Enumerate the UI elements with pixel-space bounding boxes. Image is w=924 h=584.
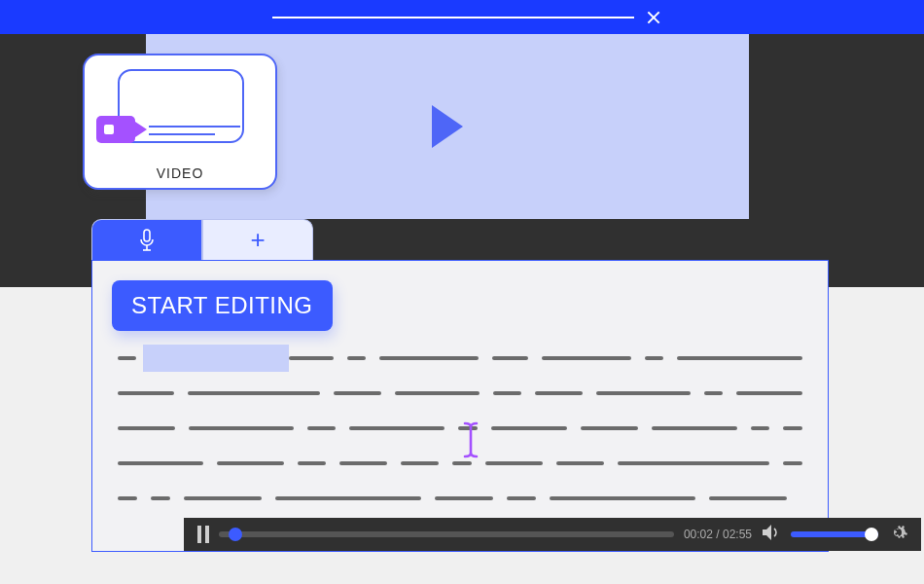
play-icon[interactable]: [432, 105, 463, 148]
seek-handle[interactable]: [229, 528, 242, 541]
start-editing-button[interactable]: START EDITING: [112, 280, 333, 331]
gear-icon[interactable]: [888, 523, 907, 546]
pause-icon[interactable]: [197, 526, 209, 543]
video-label: VIDEO: [85, 165, 275, 181]
video-thumbnail-card[interactable]: VIDEO: [83, 54, 277, 190]
video-player-bar: 00:02 / 02:55: [184, 518, 921, 551]
text-cursor-icon: [462, 421, 480, 458]
close-icon[interactable]: [646, 10, 661, 25]
topbar-divider: [272, 17, 634, 18]
editor-tabs: +: [91, 219, 313, 260]
thumbnail-line: [149, 133, 215, 135]
volume-icon[interactable]: [762, 524, 781, 545]
text-selection-highlight: [143, 345, 289, 372]
window-topbar: [0, 0, 924, 34]
transcript-editor[interactable]: START EDITING 00:02 / 02:55: [91, 260, 829, 552]
start-editing-label: START EDITING: [131, 292, 313, 318]
video-camera-icon: [96, 116, 135, 143]
transcript-text-placeholder: [118, 356, 802, 531]
plus-icon: +: [250, 225, 265, 255]
tab-microphone[interactable]: [91, 219, 202, 260]
svg-rect-0: [144, 230, 150, 241]
time-display: 00:02 / 02:55: [684, 528, 752, 541]
tab-add[interactable]: +: [202, 219, 313, 260]
thumbnail-line: [149, 126, 240, 128]
volume-slider[interactable]: [791, 531, 878, 537]
seek-slider[interactable]: [219, 531, 674, 537]
microphone-icon: [138, 229, 156, 252]
